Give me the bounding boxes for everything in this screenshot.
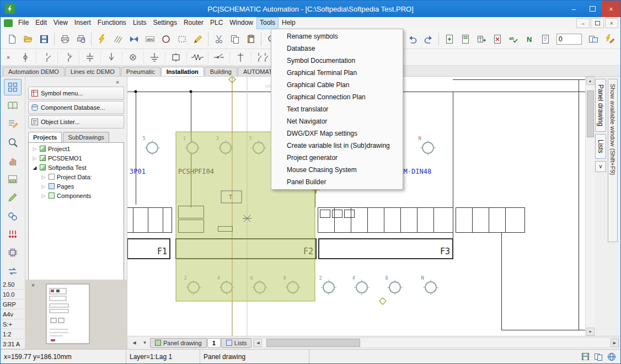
symbol-slot-lamp[interactable] xyxy=(122,51,144,64)
group-value[interactable]: GRP xyxy=(1,299,25,309)
page-back-icon[interactable]: ◀ xyxy=(129,338,140,348)
objects-tool[interactable] xyxy=(4,208,22,224)
area-mode-button[interactable] xyxy=(174,31,190,47)
close-button[interactable]: × xyxy=(602,1,620,17)
globe-icon[interactable] xyxy=(607,352,616,361)
line-mode-button[interactable] xyxy=(110,31,126,47)
scroll-up-icon[interactable]: ▲ xyxy=(586,77,595,85)
vtab-panel-drawing[interactable]: Panel drawing xyxy=(595,79,606,132)
menu-window[interactable]: Window xyxy=(226,17,256,29)
expander-icon[interactable]: ◢ xyxy=(32,165,38,170)
pan-tool[interactable] xyxy=(4,152,22,169)
symbol-slot-switch[interactable] xyxy=(208,51,230,64)
symbol-slot-coil[interactable] xyxy=(165,51,187,64)
menu-item-dwg-dxf-map-settings[interactable]: DWG/DXF Map settings xyxy=(271,127,403,140)
tree-item-pages[interactable]: ▷ Pages xyxy=(29,181,124,191)
menu-item-database[interactable]: Database xyxy=(271,42,403,55)
menu-item-symbol-documentation[interactable]: Symbol Documentation xyxy=(271,55,403,67)
grid-view-tool[interactable] xyxy=(4,79,22,95)
scale-ref-value[interactable]: S:+ xyxy=(1,319,25,329)
expander-icon[interactable]: ▷ xyxy=(41,174,46,180)
list-edit-tool[interactable] xyxy=(4,116,22,132)
redo-button[interactable] xyxy=(420,31,436,47)
symbol-menu-button[interactable]: Symbol menu... xyxy=(28,87,124,100)
menu-edit[interactable]: Edit xyxy=(32,17,50,29)
delete-page-button[interactable] xyxy=(489,31,505,47)
copy-button[interactable] xyxy=(227,31,243,47)
symbol-slot-capacitor[interactable] xyxy=(79,51,101,64)
edit-mode-button[interactable] xyxy=(190,31,206,47)
snap-value[interactable]: 2.50 xyxy=(1,280,25,290)
symbol-slot-contact-nc[interactable] xyxy=(58,51,79,64)
menu-functions[interactable]: Functions xyxy=(94,17,130,29)
page-tab-panel-drawing[interactable]: Panel drawing xyxy=(150,338,207,348)
expander-icon[interactable]: ▷ xyxy=(32,146,38,152)
tab-pneumatic[interactable]: Pneumatic xyxy=(121,67,160,76)
menu-item-project-generator[interactable]: Project generator xyxy=(271,152,403,164)
component-database-button[interactable]: Component Database... xyxy=(28,101,124,114)
show-available-window-button[interactable]: Show available window (Shift+F9) xyxy=(608,79,618,242)
symbol-slot-resistor[interactable] xyxy=(187,51,208,64)
maximize-button[interactable] xyxy=(583,1,602,17)
new-page-button[interactable] xyxy=(441,31,457,47)
print-button[interactable] xyxy=(57,31,73,47)
object-lister-button[interactable]: Object Lister... xyxy=(28,115,124,129)
save-button[interactable] xyxy=(36,31,52,47)
mdi-minimize-button[interactable]: – xyxy=(576,18,590,28)
mdi-restore-button[interactable] xyxy=(591,18,604,28)
draw-tool[interactable] xyxy=(4,189,22,206)
expander-icon[interactable]: ▷ xyxy=(41,193,46,199)
menu-settings[interactable]: Settings xyxy=(150,17,180,29)
print-preview-button[interactable] xyxy=(73,31,89,47)
tab-projects[interactable]: Projects xyxy=(28,132,62,142)
update-button[interactable] xyxy=(94,31,110,47)
menu-item-rename-symbols[interactable]: Rename symbols xyxy=(271,30,403,42)
grid-value[interactable]: 10.0 xyxy=(1,290,25,299)
menu-item-graphical-connection-plan[interactable]: Graphical Connection Plan xyxy=(271,91,403,103)
paste-button[interactable] xyxy=(243,31,259,47)
symbol-slot-contact3[interactable] xyxy=(251,51,273,64)
value-input[interactable] xyxy=(556,34,582,45)
close-overview-icon[interactable]: × xyxy=(29,281,38,290)
tree-item-pcsdemo1[interactable]: ▷ PCSDEMO1 xyxy=(29,153,124,163)
scroll-left-icon[interactable]: ◀ xyxy=(254,339,262,347)
menu-item-mouse-chasing-system[interactable]: Mouse Chasing System xyxy=(271,164,403,176)
menu-item-text-translator[interactable]: Text translator xyxy=(271,103,403,115)
symbol-slot-terminal[interactable] xyxy=(15,51,36,64)
minimize-button[interactable]: – xyxy=(564,1,583,17)
save-state-icon[interactable] xyxy=(581,352,590,361)
menu-file[interactable]: File xyxy=(15,17,32,29)
vertical-scrollbar[interactable]: ▲ ▼ xyxy=(585,77,595,336)
scroll-down-icon[interactable]: ▼ xyxy=(586,328,595,336)
page-menu-icon[interactable]: ▼ xyxy=(140,338,150,348)
menu-item-graphical-terminal-plan[interactable]: Graphical Terminal Plan xyxy=(271,67,403,79)
tree-item-project-data[interactable]: ▷ Project Data: xyxy=(29,172,124,181)
expander-icon[interactable]: ▷ xyxy=(41,184,46,189)
panel-view-tool[interactable] xyxy=(4,171,22,188)
tab-lines-etc-demo[interactable]: Lines etc DEMO xyxy=(65,67,120,76)
insert-column-button[interactable] xyxy=(473,31,489,47)
close-panel-icon[interactable]: × xyxy=(113,78,122,87)
text-mode-button[interactable]: abc xyxy=(142,31,158,47)
tab-automation-demo[interactable]: Automation DEMO xyxy=(3,67,65,76)
vertical-scroll-thumb[interactable] xyxy=(587,90,594,137)
close-symbolbar-icon[interactable]: × xyxy=(4,53,13,62)
spellcheck-button[interactable]: ab xyxy=(505,31,521,47)
tab-building[interactable]: Building xyxy=(205,67,237,76)
pages-sync-icon[interactable] xyxy=(594,353,603,361)
circle-mode-button[interactable] xyxy=(158,31,174,47)
new-document-button[interactable] xyxy=(4,31,20,47)
menu-plc[interactable]: PLC xyxy=(207,17,226,29)
tree-item-project1[interactable]: ▷ Project1 xyxy=(29,144,124,153)
quick-edit-button[interactable] xyxy=(601,31,617,47)
horizontal-scroll-thumb[interactable] xyxy=(266,339,360,347)
menu-router[interactable]: Router xyxy=(180,17,207,29)
transfer-tool[interactable] xyxy=(4,263,22,280)
tab-installation[interactable]: Installation xyxy=(161,67,204,76)
mdi-close-button[interactable]: × xyxy=(605,18,618,28)
net-list-button[interactable]: N xyxy=(521,31,537,47)
menu-insert[interactable]: Insert xyxy=(71,17,94,29)
menu-item-graphical-cable-plan[interactable]: Graphical Cable Plan xyxy=(271,79,403,91)
horizontal-scrollbar[interactable]: ◀ ▶ xyxy=(253,338,619,348)
scroll-right-icon[interactable]: ▶ xyxy=(611,339,619,347)
